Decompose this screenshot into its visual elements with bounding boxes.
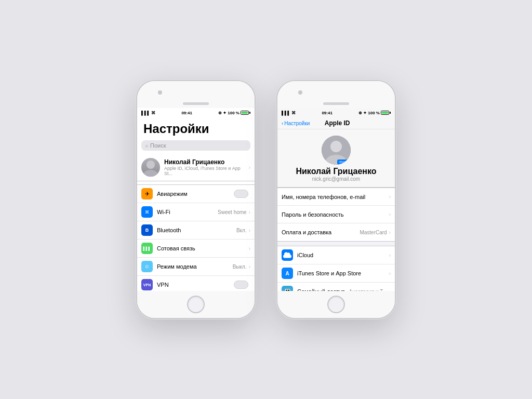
profile-cell-1[interactable]: Николай Грицаенко Apple ID, iCloud, iTun… (137, 154, 255, 181)
nav-back-button[interactable]: ‹ Настройки (282, 121, 310, 126)
profile-avatar-1 (141, 158, 160, 177)
phone-bottom-2 (277, 291, 395, 318)
airplane-label: Авиарежим (157, 191, 234, 197)
bluetooth-chevron: › (249, 228, 250, 233)
svg-point-3 (330, 141, 342, 152)
separator-1 (277, 242, 395, 246)
time-2: 09:41 (322, 111, 332, 115)
phone-top-2 (277, 81, 395, 108)
location-icon: ⊕ (218, 111, 222, 115)
apple-id-email: nick.gric@gmail.com (312, 176, 360, 182)
profile-chevron-1: › (249, 165, 250, 170)
hotspot-value: Выкл. (233, 264, 247, 270)
battery-icon-2 (381, 111, 391, 115)
airplane-icon: ✈ (141, 188, 153, 200)
icloud-label: iCloud (297, 252, 389, 258)
password-label: Пароль и безопасность (282, 211, 389, 218)
home-button-2[interactable] (327, 296, 345, 313)
payment-chevron: › (389, 230, 391, 235)
airplane-toggle[interactable] (234, 190, 248, 198)
status-right-2: ⊕ ✦ 100 % (358, 111, 391, 115)
status-left-1: ▌▌▌ ⌘ (141, 111, 155, 115)
family-icon: 👨‍👩‍👧 (282, 286, 293, 291)
search-placeholder: Поиск (150, 142, 166, 149)
cell-password[interactable]: Пароль и безопасность › (277, 206, 395, 223)
bluetooth-icon-2: ✦ (363, 111, 367, 115)
icloud-chevron: › (389, 252, 391, 258)
password-chevron: › (389, 211, 391, 217)
cell-name-phones[interactable]: Имя, номера телефонов, e-mail › (277, 188, 395, 206)
location-icon-2: ⊕ (358, 111, 362, 115)
appstore-icon: A (282, 268, 293, 279)
payment-label: Оплата и доставка (282, 229, 360, 235)
battery-body-1 (241, 111, 249, 115)
cell-icloud[interactable]: iCloud › (277, 246, 395, 264)
screen-1: ▌▌▌ ⌘ 09:41 ⊕ ✦ 100 % Настройки ⌕ Поиск (137, 108, 255, 291)
apple-id-name: Николай Грицаенко (296, 167, 376, 176)
setting-cellular[interactable]: ▌▌▌ Сотовая связь › (137, 240, 255, 258)
cell-payment[interactable]: Оплата и доставка MasterCard › (277, 223, 395, 241)
name-phones-label: Имя, номера телефонов, e-mail (282, 194, 389, 200)
hotspot-icon: ⊙ (141, 261, 153, 272)
setting-wifi[interactable]: ⌘ Wi-Fi Sweet home › (137, 203, 255, 221)
battery-percent-1: 100 % (228, 111, 240, 115)
bluetooth-value: Вкл. (236, 228, 247, 233)
svg-point-0 (147, 161, 155, 169)
phone-1: ▌▌▌ ⌘ 09:41 ⊕ ✦ 100 % Настройки ⌕ Поиск (136, 80, 256, 319)
cell-itunes[interactable]: A iTunes Store и App Store › (277, 264, 395, 283)
edit-badge[interactable]: ПРАВКА (337, 159, 351, 165)
signal-icon-2: ▌▌▌ (282, 111, 290, 115)
apple-id-section-2: iCloud › A iTunes Store и App Store › 👨‍… (277, 246, 395, 291)
wifi-setting-icon: ⌘ (141, 206, 153, 218)
bluetooth-icon: ✦ (223, 111, 227, 115)
profile-sub-1: Apple ID, iCloud, iTunes Store и App St.… (164, 166, 249, 176)
screen-2: ▌▌▌ ⌘ 09:41 ⊕ ✦ 100 % ‹ Настройки (277, 108, 395, 291)
bluetooth-setting-icon: B (141, 224, 153, 236)
itunes-chevron: › (389, 271, 391, 276)
wifi-icon: ⌘ (151, 111, 155, 115)
camera-1 (158, 90, 162, 95)
cell-family[interactable]: 👨‍👩‍👧 Семейный доступ Анастасия и Т... › (277, 283, 395, 291)
name-phones-chevron: › (389, 194, 391, 200)
wifi-chevron: › (249, 209, 250, 215)
setting-hotspot[interactable]: ⊙ Режим модема Выкл. › (137, 258, 255, 276)
profile-name-1: Николай Грицаенко (164, 158, 249, 166)
search-bar[interactable]: ⌕ Поиск (141, 140, 250, 151)
battery-icon-1 (241, 111, 250, 115)
battery-tip-2 (390, 112, 391, 114)
hotspot-chevron: › (249, 264, 250, 270)
itunes-label: iTunes Store и App Store (297, 270, 389, 276)
camera-2 (298, 90, 302, 95)
home-button-1[interactable] (187, 296, 205, 313)
apple-id-section-1: Имя, номера телефонов, e-mail › Пароль и… (277, 188, 395, 242)
wifi-label: Wi-Fi (157, 209, 218, 215)
battery-fill-1 (242, 112, 248, 114)
setting-vpn[interactable]: VPN VPN (137, 276, 255, 291)
svg-point-1 (143, 170, 158, 177)
hotspot-label: Режим модема (157, 263, 233, 270)
setting-bluetooth[interactable]: B Bluetooth Вкл. › (137, 221, 255, 240)
vpn-label: VPN (157, 282, 234, 288)
phone-top-1 (137, 81, 255, 108)
person-silhouette-1 (141, 158, 160, 177)
setting-airplane[interactable]: ✈ Авиарежим (137, 185, 255, 203)
cellular-chevron: › (249, 246, 250, 251)
back-chevron: ‹ (282, 121, 283, 126)
vpn-icon: VPN (141, 279, 153, 290)
profile-info-1: Николай Грицаенко Apple ID, iCloud, iTun… (164, 158, 249, 176)
back-label[interactable]: Настройки (284, 121, 310, 126)
nav-title: Apple ID (310, 119, 365, 127)
signal-icon: ▌▌▌ (141, 111, 150, 115)
search-icon: ⌕ (145, 143, 148, 148)
apple-id-avatar[interactable]: ПРАВКА (322, 136, 351, 165)
battery-body-2 (381, 111, 389, 115)
status-bar-1: ▌▌▌ ⌘ 09:41 ⊕ ✦ 100 % (137, 108, 255, 117)
bluetooth-label: Bluetooth (157, 227, 236, 233)
settings-title: Настройки (137, 117, 255, 138)
status-right-1: ⊕ ✦ 100 % (218, 111, 250, 115)
vpn-toggle[interactable] (234, 281, 248, 289)
battery-fill-2 (382, 112, 388, 114)
wifi-icon-2: ⌘ (291, 111, 296, 115)
speaker-2 (323, 102, 349, 105)
icloud-icon (282, 249, 293, 261)
